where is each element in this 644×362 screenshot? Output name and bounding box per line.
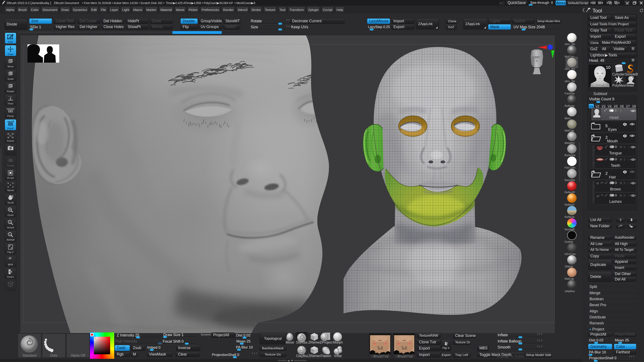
svg-text:S: S bbox=[10, 72, 12, 74]
svg-text:1: 1 bbox=[9, 221, 10, 223]
svg-text:R: R bbox=[10, 85, 12, 87]
svg-text:½: ½ bbox=[9, 233, 11, 236]
svg-text:M: M bbox=[10, 60, 12, 62]
svg-text:x y z: x y z bbox=[8, 95, 12, 97]
svg-text:Line Fill: Line Fill bbox=[7, 120, 14, 122]
svg-text:Dynamic: Dynamic bbox=[7, 108, 14, 110]
